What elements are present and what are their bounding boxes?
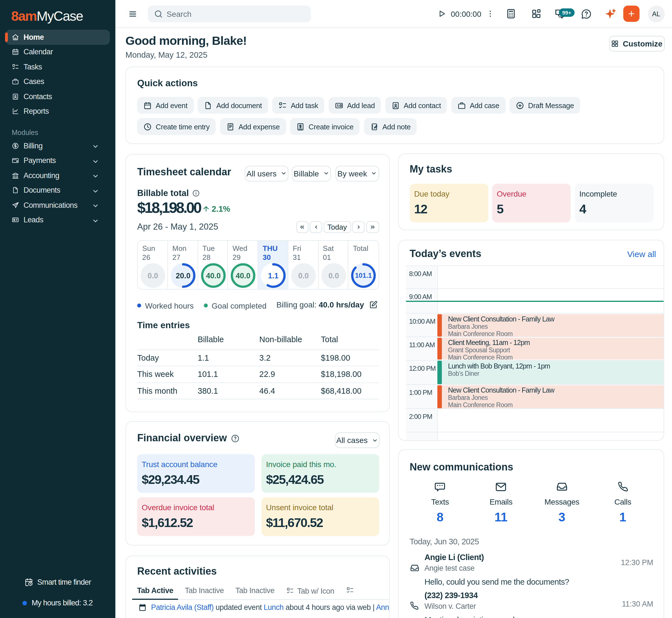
svg-text:0.0: 0.0 bbox=[147, 272, 158, 280]
svg-text:20.0: 20.0 bbox=[176, 272, 191, 280]
svg-text:101.1: 101.1 bbox=[355, 272, 372, 279]
svg-text:1.1: 1.1 bbox=[268, 272, 278, 280]
svg-text:40.0: 40.0 bbox=[206, 272, 221, 280]
svg-text:40.0: 40.0 bbox=[236, 272, 251, 280]
svg-text:0.0: 0.0 bbox=[328, 272, 339, 280]
svg-text:0.0: 0.0 bbox=[298, 272, 309, 280]
